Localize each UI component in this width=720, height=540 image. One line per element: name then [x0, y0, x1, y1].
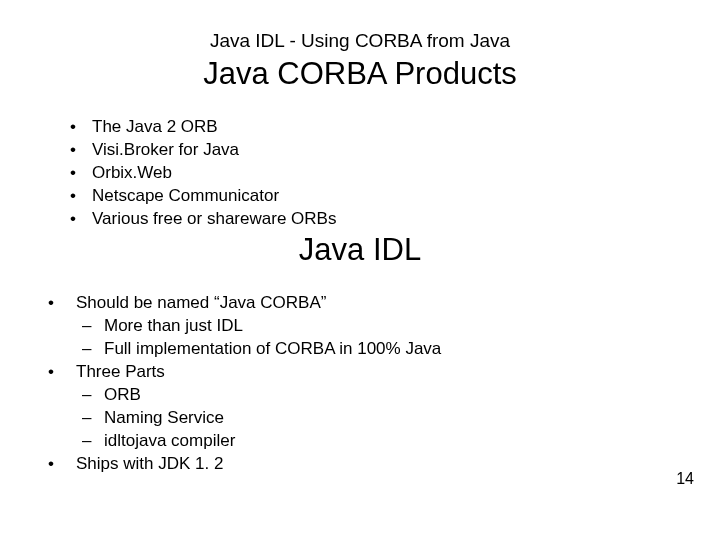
list-subitem-text: idltojava compiler: [104, 430, 235, 453]
slide-supratitle: Java IDL - Using CORBA from Java: [0, 30, 720, 52]
section-title-products: Java CORBA Products: [0, 56, 720, 92]
dash-icon: –: [82, 315, 104, 338]
bullet-icon: •: [48, 292, 76, 315]
javaidl-list: • Should be named “Java CORBA” – More th…: [48, 292, 441, 476]
list-item: • Orbix.Web: [70, 162, 336, 185]
list-item: • Should be named “Java CORBA”: [48, 292, 441, 315]
list-item-text: Ships with JDK 1. 2: [76, 453, 223, 476]
list-subitem: – Full implementation of CORBA in 100% J…: [48, 338, 441, 361]
bullet-icon: •: [48, 453, 76, 476]
list-item: • Ships with JDK 1. 2: [48, 453, 441, 476]
bullet-icon: •: [70, 208, 92, 231]
list-item: • The Java 2 ORB: [70, 116, 336, 139]
list-item: • Netscape Communicator: [70, 185, 336, 208]
slide: Java IDL - Using CORBA from Java Java CO…: [0, 0, 720, 540]
list-item: • Various free or shareware ORBs: [70, 208, 336, 231]
section-title-javaidl: Java IDL: [0, 232, 720, 268]
list-item-text: Various free or shareware ORBs: [92, 208, 336, 231]
list-subitem-text: ORB: [104, 384, 141, 407]
list-subitem-text: Naming Service: [104, 407, 224, 430]
list-item: • Three Parts: [48, 361, 441, 384]
list-item-text: Visi.Broker for Java: [92, 139, 239, 162]
dash-icon: –: [82, 338, 104, 361]
dash-icon: –: [82, 430, 104, 453]
dash-icon: –: [82, 407, 104, 430]
list-subitem-text: Full implementation of CORBA in 100% Jav…: [104, 338, 441, 361]
list-item-text: Three Parts: [76, 361, 165, 384]
list-subitem-text: More than just IDL: [104, 315, 243, 338]
bullet-icon: •: [70, 185, 92, 208]
list-item-text: Should be named “Java CORBA”: [76, 292, 326, 315]
list-subitem: – More than just IDL: [48, 315, 441, 338]
list-item: • Visi.Broker for Java: [70, 139, 336, 162]
list-item-text: Netscape Communicator: [92, 185, 279, 208]
page-number: 14: [676, 470, 694, 488]
bullet-icon: •: [48, 361, 76, 384]
bullet-icon: •: [70, 162, 92, 185]
list-subitem: – ORB: [48, 384, 441, 407]
list-item-text: Orbix.Web: [92, 162, 172, 185]
list-subitem: – idltojava compiler: [48, 430, 441, 453]
bullet-icon: •: [70, 139, 92, 162]
list-subitem: – Naming Service: [48, 407, 441, 430]
dash-icon: –: [82, 384, 104, 407]
bullet-icon: •: [70, 116, 92, 139]
products-list: • The Java 2 ORB • Visi.Broker for Java …: [70, 116, 336, 231]
list-item-text: The Java 2 ORB: [92, 116, 218, 139]
